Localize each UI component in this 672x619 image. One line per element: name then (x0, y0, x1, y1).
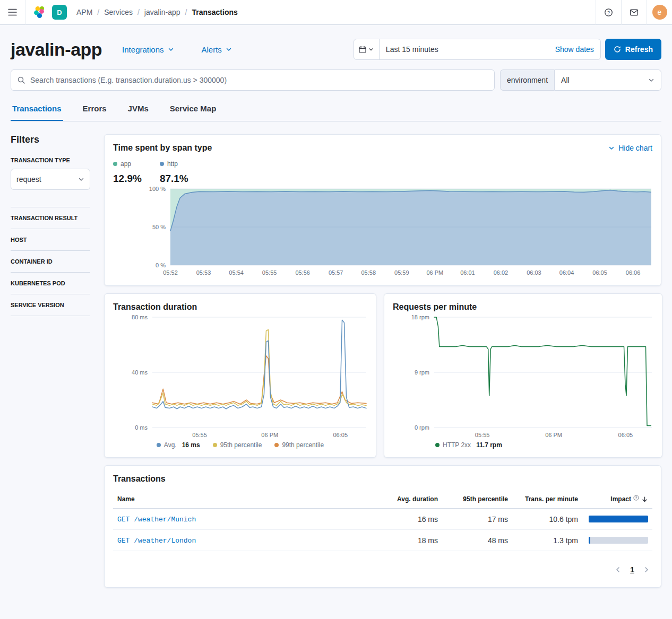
p95-cell: 17 ms (442, 509, 512, 530)
avg-duration-cell: 16 ms (372, 509, 442, 530)
service-header: javalin-app Integrations Alerts Last 15 … (0, 25, 672, 60)
span-type-card: Time spent by span type Hide chart app 1… (104, 134, 661, 286)
legend-http[interactable]: http 87.1% (160, 160, 188, 185)
requests-per-minute-chart[interactable]: 0 rpm9 rpm18 rpm05:5506 PM06:05 (393, 312, 653, 439)
user-avatar[interactable]: e (652, 5, 667, 20)
legend-http-2xx[interactable]: HTTP 2xx 11.7 rpm (435, 441, 502, 449)
next-page-button[interactable] (641, 564, 652, 576)
page-title: javalin-app (11, 39, 102, 60)
page-1-button[interactable]: 1 (625, 564, 640, 575)
filter-kubernetes-pod[interactable]: KUBERNETES POD (11, 272, 90, 294)
legend-99th[interactable]: 99th percentile (274, 441, 324, 449)
breadcrumb-apm[interactable]: APM (76, 8, 92, 16)
transaction-duration-chart[interactable]: 0 ms40 ms80 ms05:5506 PM06:05 (113, 312, 368, 439)
search-icon (17, 76, 25, 84)
filter-container-id[interactable]: CONTAINER ID (11, 250, 90, 272)
hide-chart-label: Hide chart (618, 144, 652, 152)
p99-label: 99th percentile (282, 441, 324, 449)
transaction-duration-card: Transaction duration 0 ms40 ms80 ms05:55… (104, 293, 376, 458)
quick-select-button[interactable] (354, 39, 380, 59)
legend-avg[interactable]: Avg. 16 ms (157, 441, 200, 449)
deployment-icon[interactable]: D (52, 5, 67, 20)
svg-text:06:05: 06:05 (592, 269, 607, 276)
http-series-dot (160, 162, 164, 166)
col-avg-duration[interactable]: Avg. duration (372, 490, 442, 509)
alerts-label: Alerts (202, 45, 222, 54)
refresh-label: Refresh (625, 45, 653, 54)
chevron-right-icon (643, 566, 650, 573)
filter-service-version[interactable]: SERVICE VERSION (11, 294, 90, 316)
time-range-button[interactable]: Last 15 minutes (380, 45, 555, 54)
impact-cell (582, 530, 652, 551)
col-impact[interactable]: Impact ? (582, 490, 652, 509)
transaction-link-munich[interactable]: GET /weather/Munich (117, 516, 196, 524)
legend-95th[interactable]: 95th percentile (213, 441, 262, 449)
breadcrumb: APM Services javalin-app Transactions (76, 8, 238, 16)
breadcrumb-current: Transactions (192, 8, 237, 16)
breadcrumb-services[interactable]: Services (104, 8, 133, 16)
chevron-down-icon (368, 47, 374, 52)
newsfeed-button[interactable] (621, 0, 647, 25)
help-button[interactable]: ? (596, 0, 621, 25)
sort-desc-icon (641, 496, 648, 503)
service-tabs: Transactions Errors JVMs Service Map (11, 96, 661, 121)
tab-errors[interactable]: Errors (81, 96, 108, 121)
main-panel: Time spent by span type Hide chart app 1… (104, 134, 661, 588)
tab-jvms[interactable]: JVMs (126, 96, 150, 121)
filter-host[interactable]: HOST (11, 229, 90, 250)
tpm-cell: 10.6 tpm (512, 509, 582, 530)
svg-text:06:06: 06:06 (626, 269, 641, 276)
svg-text:05:58: 05:58 (361, 269, 376, 276)
span-type-legend: app 12.9% http 87.1% (113, 160, 652, 185)
hide-chart-button[interactable]: Hide chart (608, 144, 652, 152)
avg-series-dot (157, 443, 161, 447)
svg-text:06:02: 06:02 (494, 269, 509, 276)
elastic-logo-glyph (33, 5, 47, 19)
environment-filter: environment All (500, 69, 661, 91)
impact-track (589, 516, 648, 522)
p99-series-dot (274, 443, 279, 447)
environment-select[interactable]: All (554, 69, 661, 91)
service-menus: Integrations Alerts (122, 45, 232, 54)
impact-track (589, 537, 648, 544)
app-series-dot (113, 162, 117, 166)
elastic-logo[interactable] (33, 5, 47, 19)
alerts-menu[interactable]: Alerts (202, 45, 232, 54)
tab-transactions[interactable]: Transactions (11, 96, 63, 121)
chevron-left-icon (614, 566, 622, 573)
avatar-initial: e (658, 8, 662, 16)
svg-text:100 %: 100 % (149, 186, 166, 192)
col-name[interactable]: Name (113, 490, 372, 509)
refresh-button[interactable]: Refresh (605, 39, 661, 60)
chevron-down-icon (608, 145, 615, 151)
span-type-chart[interactable]: 0 %50 %100 %05:5205:5305:5405:5505:5605:… (113, 185, 652, 277)
prev-page-button[interactable] (612, 564, 624, 576)
integrations-menu[interactable]: Integrations (122, 45, 174, 54)
p95-label: 95th percentile (220, 441, 262, 449)
transactions-table-card: Transactions Name Avg. duration 95th per… (104, 465, 661, 588)
svg-text:06 PM: 06 PM (261, 432, 278, 438)
legend-app[interactable]: app 12.9% (113, 160, 142, 185)
transaction-duration-title: Transaction duration (113, 302, 367, 312)
filter-accordions: TRANSACTION RESULT HOST CONTAINER ID KUB… (11, 207, 90, 316)
environment-label: environment (500, 69, 554, 91)
col-trans-per-minute[interactable]: Trans. per minute (512, 490, 582, 509)
search-box (11, 69, 495, 91)
show-dates-button[interactable]: Show dates (555, 45, 600, 54)
menu-button[interactable] (0, 0, 25, 25)
breadcrumb-service[interactable]: javalin-app (144, 8, 180, 16)
search-transactions-input[interactable] (11, 69, 495, 91)
col-95th-percentile[interactable]: 95th percentile (442, 490, 512, 509)
tab-service-map[interactable]: Service Map (168, 96, 218, 121)
super-date-picker: Last 15 minutes Show dates (354, 39, 601, 60)
breadcrumb-separator (185, 8, 187, 16)
svg-text:0 rpm: 0 rpm (415, 424, 429, 431)
duration-legend: Avg. 16 ms 95th percentile 99th percenti… (113, 441, 367, 449)
svg-text:06:01: 06:01 (460, 269, 475, 276)
impact-label: Impact (610, 495, 631, 503)
avg-label: Avg. (164, 441, 177, 449)
transaction-type-select[interactable]: request (11, 169, 90, 190)
filter-transaction-result[interactable]: TRANSACTION RESULT (11, 207, 90, 229)
transaction-link-london[interactable]: GET /weather/London (117, 537, 196, 545)
transactions-table-title: Transactions (113, 474, 652, 484)
